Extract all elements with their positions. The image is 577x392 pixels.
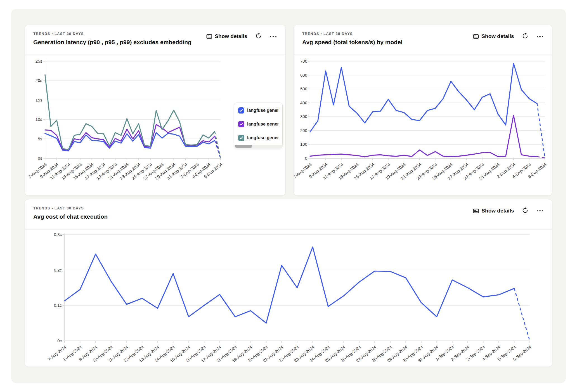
show-details-label: Show details: [215, 33, 247, 39]
avg-speed-chart[interactable]: 01002003004005006007007-Aug-20249-Aug-20…: [294, 56, 552, 194]
svg-text:0s: 0s: [38, 156, 42, 160]
legend-item[interactable]: langfuse genera: [238, 107, 278, 114]
card-controls: Show details: [473, 207, 544, 214]
refresh-button[interactable]: [522, 33, 528, 40]
svg-text:0c: 0c: [57, 338, 62, 343]
svg-text:0.1c: 0.1c: [54, 303, 62, 308]
card-header: TRENDS • LAST 30 DAYS Avg speed (total t…: [294, 25, 552, 55]
more-options-button[interactable]: [536, 209, 544, 213]
show-details-label: Show details: [481, 208, 514, 214]
card-title: Avg cost of chat execution: [33, 213, 108, 220]
svg-text:0: 0: [305, 156, 307, 160]
svg-text:0.3c: 0.3c: [54, 232, 62, 237]
svg-text:20s: 20s: [36, 78, 42, 83]
svg-text:600: 600: [300, 73, 307, 77]
svg-text:10s: 10s: [36, 117, 42, 122]
refresh-button[interactable]: [255, 33, 262, 40]
avg-cost-chart[interactable]: 0c0.1c0.2c0.3c7-Aug-20248-Aug-20249-Aug-…: [25, 230, 552, 367]
card-eyebrow: TRENDS • LAST 30 DAYS: [302, 32, 403, 36]
svg-text:15s: 15s: [36, 98, 42, 102]
card-controls: Show details: [206, 33, 277, 40]
details-card-icon: [473, 34, 479, 39]
svg-text:100: 100: [300, 142, 307, 147]
show-details-button[interactable]: Show details: [473, 33, 514, 39]
card-eyebrow: TRENDS • LAST 30 DAYS: [33, 32, 191, 36]
card-avg-cost: TRENDS • LAST 30 DAYS Avg cost of chat e…: [25, 199, 552, 367]
svg-text:200: 200: [300, 128, 307, 133]
svg-text:500: 500: [300, 86, 307, 91]
show-details-label: Show details: [481, 33, 514, 39]
svg-text:0.2c: 0.2c: [54, 268, 62, 272]
legend-item-label: langfuse genera: [247, 108, 278, 113]
card-header: TRENDS • LAST 30 DAYS Generation latency…: [25, 25, 285, 55]
legend-item-label: langfuse genera: [247, 135, 278, 140]
legend-checkbox-checked-icon[interactable]: [238, 121, 244, 127]
card-body: 0s5s10s15s20s25s7-Aug-20249-Aug-202411-A…: [25, 55, 285, 195]
card-header-text: TRENDS • LAST 30 DAYS Avg speed (total t…: [302, 32, 403, 46]
refresh-icon: [522, 33, 528, 39]
svg-text:25s: 25s: [36, 59, 42, 63]
card-header: TRENDS • LAST 30 DAYS Avg cost of chat e…: [25, 199, 552, 230]
more-options-button[interactable]: [536, 35, 544, 38]
legend-checkbox-checked-icon[interactable]: [238, 135, 244, 141]
card-body: 01002003004005006007007-Aug-20249-Aug-20…: [294, 55, 552, 195]
refresh-button[interactable]: [522, 207, 528, 214]
svg-text:5s: 5s: [38, 136, 42, 141]
refresh-icon: [255, 33, 262, 39]
card-eyebrow: TRENDS • LAST 30 DAYS: [33, 206, 108, 210]
legend-scrollbar-thumb[interactable]: [235, 145, 252, 148]
legend-scrollbar[interactable]: [234, 145, 282, 148]
card-title: Avg speed (total tokens/s) by model: [302, 39, 403, 46]
card-body: 0c0.1c0.2c0.3c7-Aug-20248-Aug-20249-Aug-…: [25, 230, 552, 367]
legend-items: langfuse generalangfuse generalangfuse g…: [234, 103, 282, 145]
svg-text:300: 300: [300, 114, 307, 119]
legend-item-label: langfuse genera: [247, 122, 278, 127]
card-header-text: TRENDS • LAST 30 DAYS Generation latency…: [33, 32, 191, 46]
details-card-icon: [473, 208, 479, 214]
details-card-icon: [206, 34, 212, 39]
legend-checkbox-checked-icon[interactable]: [238, 107, 244, 114]
svg-text:400: 400: [300, 100, 307, 105]
card-generation-latency: TRENDS • LAST 30 DAYS Generation latency…: [25, 25, 286, 196]
more-options-button[interactable]: [269, 35, 277, 38]
svg-text:700: 700: [300, 59, 307, 63]
dashboard-page: TRENDS • LAST 30 DAYS Generation latency…: [0, 0, 577, 392]
refresh-icon: [522, 207, 528, 214]
card-header-text: TRENDS • LAST 30 DAYS Avg cost of chat e…: [33, 206, 108, 220]
chart-legend: langfuse generalangfuse generalangfuse g…: [234, 103, 283, 148]
show-details-button[interactable]: Show details: [473, 208, 514, 214]
card-avg-speed: TRENDS • LAST 30 DAYS Avg speed (total t…: [294, 25, 552, 196]
legend-item[interactable]: langfuse genera: [238, 135, 278, 141]
card-title: Generation latency (p90 , p95 , p99) exc…: [33, 39, 191, 46]
show-details-button[interactable]: Show details: [206, 33, 247, 39]
dashboard-panel: TRENDS • LAST 30 DAYS Generation latency…: [11, 9, 566, 383]
card-controls: Show details: [473, 33, 544, 40]
legend-item[interactable]: langfuse genera: [238, 121, 278, 127]
